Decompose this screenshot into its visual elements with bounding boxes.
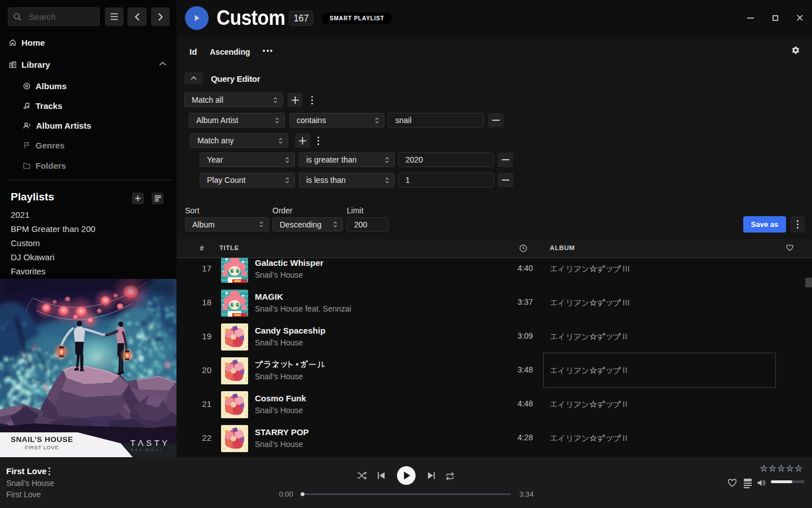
svg-text:TΛSTY: TΛSTY [130,438,170,448]
svg-text:SNAIL’S HOUSE: SNAIL’S HOUSE [11,435,73,444]
svg-text:BST.MMXI: BST.MMXI [131,448,163,452]
svg-text:FIRST LOVE: FIRST LOVE [25,444,59,450]
